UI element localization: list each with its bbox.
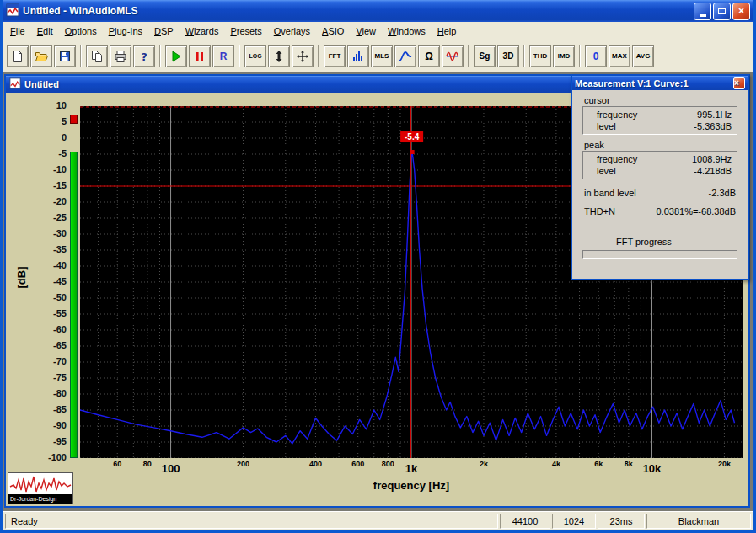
x-tick-label: 10k: [635, 462, 668, 475]
menu-windows[interactable]: Windows: [382, 24, 432, 39]
peak-point-marker: [410, 150, 415, 154]
in-band-level-value: -2.3dB: [709, 188, 736, 198]
menu-asio[interactable]: ASIO: [316, 24, 350, 39]
log-scale-button[interactable]: LOG: [244, 45, 266, 67]
measurement-title: Measurement V:1 Curve:1: [575, 78, 733, 88]
cursor-frequency-value: 995.1Hz: [697, 109, 732, 120]
menu-presets[interactable]: Presets: [224, 24, 267, 39]
y-tick-label: -60: [31, 324, 67, 334]
help-button[interactable]: ?: [133, 45, 155, 67]
peak-frequency-value: 1008.9Hz: [692, 153, 732, 165]
toolbar: ?RLOGFFTMLSΩSg3DTHDIMD0MAXAVG: [3, 40, 753, 72]
updown-icon: [272, 50, 286, 63]
status-fft-size: 1024: [552, 514, 596, 529]
toolbar-separator: [523, 45, 525, 67]
new-button[interactable]: [7, 45, 29, 67]
toolbar-separator: [80, 45, 82, 67]
maximize-icon: [718, 8, 726, 14]
vertical-scale-button[interactable]: [268, 45, 290, 67]
impedance-button[interactable]: Ω: [418, 45, 440, 67]
menu-view[interactable]: View: [350, 24, 382, 39]
y-tick-label: -55: [31, 308, 67, 318]
measurement-window: Measurement V:1 Curve:1 × cursor frequen…: [571, 74, 749, 280]
average-button[interactable]: AVG: [632, 45, 654, 67]
peak-level-value: -4.218dB: [694, 165, 732, 177]
print-button[interactable]: [110, 45, 131, 67]
toolbar-separator: [579, 45, 581, 67]
menu-plug-ins[interactable]: Plug-Ins: [103, 24, 148, 39]
close-button[interactable]: ×: [732, 3, 750, 20]
curve-icon: [399, 50, 412, 63]
maximize-button[interactable]: [713, 3, 731, 20]
minimize-button[interactable]: [694, 3, 711, 20]
imd-button[interactable]: IMD: [553, 45, 575, 67]
spectrum-button[interactable]: [347, 45, 369, 67]
copy-button[interactable]: [86, 45, 108, 67]
window-title: Untitled - WinAudioMLS: [23, 5, 694, 17]
peak-frequency-label: frequency: [588, 153, 637, 165]
x-tick-label: 2k: [467, 460, 501, 468]
response-curve-button[interactable]: [394, 45, 416, 67]
menu-edit[interactable]: Edit: [31, 24, 59, 39]
x-tick-label: 60: [100, 460, 134, 468]
y-tick-label: -15: [31, 180, 67, 190]
view-3d-button[interactable]: 3D: [497, 45, 519, 67]
record-button[interactable]: R: [212, 45, 234, 67]
x-tick-label: 600: [341, 460, 375, 468]
y-tick-label: -5: [31, 148, 67, 158]
meter-clip-indicator: [70, 115, 78, 124]
reset-button[interactable]: 0: [585, 45, 607, 67]
print-icon: [114, 50, 127, 63]
signal-generator-button[interactable]: Sg: [474, 45, 496, 67]
play-button[interactable]: [165, 45, 187, 67]
thd-button[interactable]: THD: [529, 45, 551, 67]
max-hold-button[interactable]: MAX: [609, 45, 630, 67]
x-axis-title: frequency [Hz]: [80, 479, 743, 492]
fft-button[interactable]: FFT: [324, 45, 346, 67]
y-axis-labels: 1050-5-10-15-20-25-30-35-40-45-50-55-60-…: [31, 106, 67, 458]
peak-values-box: frequency1008.9Hz level-4.218dB: [582, 151, 737, 179]
move-icon: [296, 50, 309, 63]
cursor-frequency-label: frequency: [588, 109, 637, 120]
y-tick-label: -50: [31, 292, 67, 302]
pan-button[interactable]: [292, 45, 314, 67]
x-tick-label: 200: [226, 460, 260, 468]
thd-n-label: THD+N: [584, 206, 615, 216]
menu-help[interactable]: Help: [432, 24, 463, 39]
close-icon: ×: [734, 78, 744, 88]
cursor-level-value: -5.363dB: [694, 120, 732, 132]
cursor-values-box: frequency995.1Hz level-5.363dB: [582, 106, 737, 135]
logo: Dr-Jordan-Design: [8, 472, 73, 504]
cursor-section-label: cursor: [584, 95, 748, 105]
titlebar[interactable]: Untitled - WinAudioMLS ×: [3, 0, 753, 22]
measurement-titlebar[interactable]: Measurement V:1 Curve:1 ×: [572, 76, 748, 90]
x-tick-label: 6k: [582, 460, 615, 468]
menu-options[interactable]: Options: [59, 24, 103, 39]
menu-overlays[interactable]: Overlays: [268, 24, 316, 39]
open-button[interactable]: [30, 45, 52, 67]
y-tick-label: 0: [31, 132, 67, 142]
x-tick-label: 4k: [539, 460, 573, 468]
menu-file[interactable]: File: [4, 24, 31, 39]
menu-dsp[interactable]: DSP: [148, 24, 180, 39]
fft-progress-bar: [582, 250, 737, 259]
x-tick-label: 1k: [394, 462, 428, 475]
logo-waveform-icon: [8, 473, 72, 495]
menu-wizards[interactable]: Wizards: [180, 24, 225, 39]
pause-icon: [193, 50, 206, 63]
peak-section-label: peak: [584, 140, 748, 150]
save-button[interactable]: [54, 45, 76, 67]
menubar: FileEditOptionsPlug-InsDSPWizardsPresets…: [3, 22, 753, 40]
save-icon: [58, 50, 72, 63]
logo-text: Dr-Jordan-Design: [8, 494, 72, 504]
x-axis-labels: 60801002004006008001k2k4k6k8k10k20k: [80, 460, 743, 478]
toolbar-separator: [159, 45, 161, 67]
scope-button[interactable]: [442, 45, 464, 67]
y-tick-label: -80: [31, 388, 67, 398]
pause-button[interactable]: [189, 45, 211, 67]
svg-text:?: ?: [141, 51, 147, 63]
status-samplerate: 44100: [500, 514, 550, 529]
y-tick-label: -10: [31, 164, 67, 174]
mls-button[interactable]: MLS: [371, 45, 393, 67]
measurement-close-button[interactable]: ×: [733, 77, 745, 89]
